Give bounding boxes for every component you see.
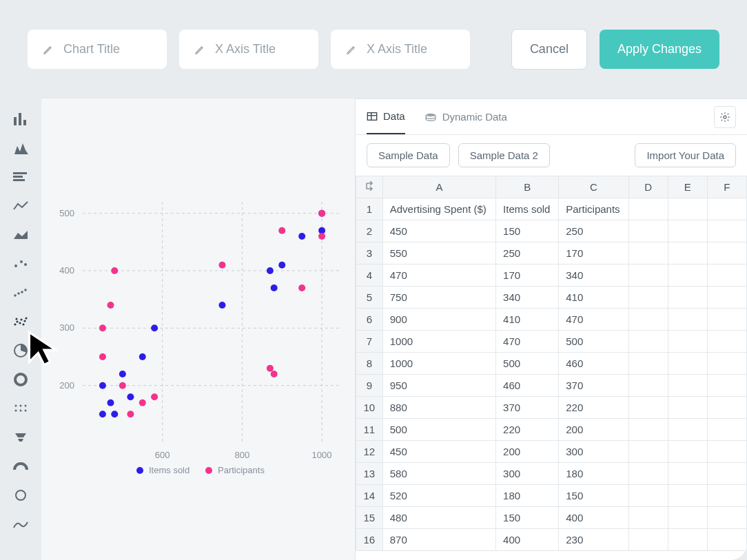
cell[interactable]: 300 [559, 441, 628, 463]
cell[interactable]: 180 [559, 463, 628, 485]
combined-icon[interactable] [12, 517, 29, 531]
table-row[interactable]: 5750340410 [356, 287, 747, 309]
cell[interactable] [707, 463, 746, 485]
table-row[interactable]: 71000470500 [356, 331, 747, 353]
cell[interactable] [707, 507, 746, 529]
tab-data[interactable]: Data [367, 99, 405, 134]
row-header[interactable]: 3 [356, 242, 383, 265]
scatter-sparse-icon[interactable] [12, 257, 29, 271]
cell[interactable]: 180 [496, 485, 559, 507]
horizontal-bar-icon[interactable] [12, 170, 29, 184]
cell[interactable] [628, 419, 668, 441]
x-axis-title2-input[interactable]: X Axis Title [331, 30, 470, 69]
cell[interactable]: 1000 [382, 331, 495, 353]
table-row[interactable]: 2450150250 [356, 220, 747, 242]
scatter-trend-icon[interactable] [12, 286, 29, 300]
cell[interactable] [668, 309, 707, 331]
table-row[interactable]: 11500220200 [356, 419, 747, 441]
funnel-icon[interactable] [12, 431, 29, 444]
cell[interactable] [628, 353, 668, 375]
cell[interactable]: 230 [559, 529, 628, 551]
cell[interactable]: 410 [559, 287, 628, 309]
cell[interactable] [628, 529, 668, 551]
cell[interactable] [668, 463, 707, 485]
cell[interactable] [707, 353, 746, 375]
row-header[interactable]: 15 [356, 507, 383, 529]
column-chart-icon[interactable] [12, 141, 29, 155]
cell[interactable] [707, 419, 746, 441]
cell[interactable] [628, 220, 668, 242]
col-header-B[interactable]: B [496, 176, 559, 198]
sample-data-button[interactable]: Sample Data [367, 143, 450, 167]
apply-button[interactable]: Apply Changes [600, 30, 719, 69]
cell[interactable]: 340 [559, 265, 628, 287]
cell[interactable] [707, 485, 746, 507]
cell[interactable]: 340 [496, 287, 559, 309]
cell[interactable]: 470 [496, 331, 559, 353]
cell[interactable] [707, 265, 746, 287]
cell[interactable] [668, 198, 707, 220]
row-header[interactable]: 16 [356, 529, 383, 551]
table-row[interactable]: 12450200300 [356, 441, 747, 463]
cell[interactable] [668, 220, 707, 242]
cell[interactable] [668, 485, 707, 507]
col-header-E[interactable]: E [668, 176, 707, 198]
row-header[interactable]: 12 [356, 441, 383, 463]
row-header[interactable]: 10 [356, 397, 383, 419]
cell[interactable]: 470 [559, 309, 628, 331]
sheet-corner[interactable] [356, 176, 383, 198]
cell[interactable] [668, 507, 707, 529]
cell[interactable] [707, 331, 746, 353]
cell[interactable] [707, 287, 746, 309]
table-row[interactable]: 3550250170 [356, 242, 747, 265]
cell[interactable] [628, 198, 668, 220]
cell[interactable]: 250 [496, 242, 559, 265]
x-axis-title-input[interactable]: X Axis Title [179, 30, 318, 69]
gauge-icon[interactable] [12, 459, 29, 473]
row-header[interactable]: 2 [356, 220, 383, 242]
scatter-dense-icon[interactable] [12, 315, 29, 329]
cell[interactable] [668, 331, 707, 353]
row-header[interactable]: 1 [356, 198, 383, 220]
table-row[interactable]: 81000500460 [356, 353, 747, 375]
row-header[interactable]: 4 [356, 265, 383, 287]
cell[interactable]: 480 [382, 507, 495, 529]
tab-dynamic[interactable]: Dynamic Data [424, 99, 507, 134]
cell[interactable]: 500 [559, 331, 628, 353]
cell[interactable]: 150 [496, 507, 559, 529]
col-header-C[interactable]: C [559, 176, 628, 198]
cell[interactable]: 470 [382, 265, 495, 287]
cell[interactable] [707, 529, 746, 551]
cell[interactable] [668, 397, 707, 419]
cell[interactable] [668, 353, 707, 375]
cell[interactable]: 400 [559, 507, 628, 529]
cell[interactable]: 750 [382, 287, 495, 309]
row-header[interactable]: 14 [356, 485, 383, 507]
cell[interactable] [668, 419, 707, 441]
cell[interactable] [668, 375, 707, 397]
table-row[interactable]: 6900410470 [356, 309, 747, 331]
cell[interactable]: 900 [382, 309, 495, 331]
cell[interactable] [668, 287, 707, 309]
table-row[interactable]: 15480150400 [356, 507, 747, 529]
row-header[interactable]: 8 [356, 353, 383, 375]
area-chart-icon[interactable] [12, 228, 29, 242]
cell[interactable] [707, 242, 746, 265]
cell[interactable]: Items sold [496, 198, 559, 220]
cell[interactable]: 880 [382, 397, 495, 419]
cell[interactable]: 520 [382, 485, 495, 507]
cell[interactable] [707, 441, 746, 463]
col-header-D[interactable]: D [628, 176, 668, 198]
row-header[interactable]: 9 [356, 375, 383, 397]
cell[interactable]: 300 [496, 463, 559, 485]
cell[interactable]: 370 [559, 375, 628, 397]
cell[interactable] [668, 265, 707, 287]
cell[interactable]: 370 [496, 397, 559, 419]
table-row[interactable]: 16870400230 [356, 529, 747, 551]
spreadsheet[interactable]: ABCDEF1Advertising Spent ($)Items soldPa… [356, 176, 747, 551]
cell[interactable] [707, 198, 746, 220]
pie-icon[interactable] [12, 344, 29, 357]
cell[interactable]: 580 [382, 463, 495, 485]
cell[interactable] [668, 441, 707, 463]
cell[interactable] [628, 485, 668, 507]
